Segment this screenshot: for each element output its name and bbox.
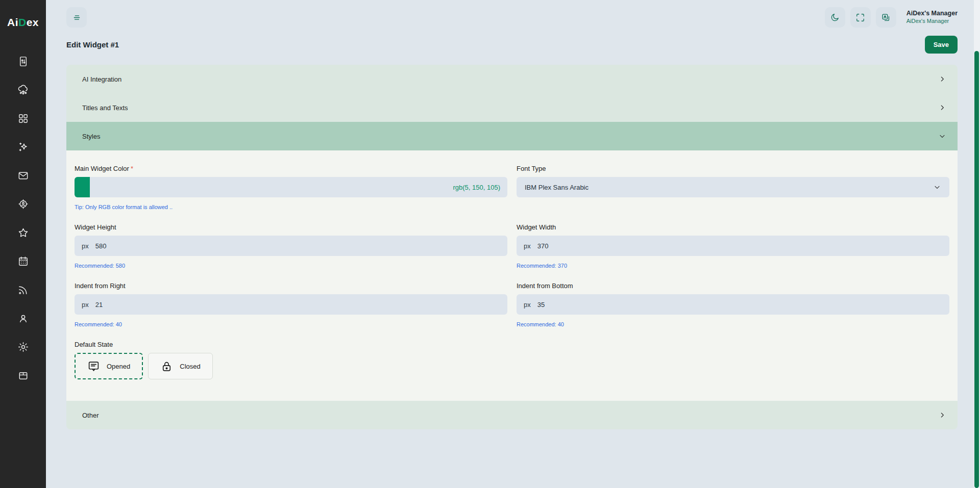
indent-bottom-control: px [517, 294, 949, 315]
field-widget-height: Widget Height px Recommended: 580 [75, 223, 507, 269]
accordion-header-styles[interactable]: Styles [66, 122, 958, 150]
widget-width-label: Widget Width [517, 223, 949, 231]
user-block[interactable]: AiDex's Manager AiDex's Manager [906, 10, 958, 24]
indent-right-input[interactable] [89, 294, 507, 315]
indent-right-control: px [75, 294, 507, 315]
styles-grid: Main Widget Color* rgb(5, 150, 105) Tip:… [75, 165, 949, 379]
sidebar: AiDex [0, 0, 46, 488]
lock-icon [160, 360, 173, 373]
user-icon [17, 313, 29, 324]
widget-height-input[interactable] [89, 236, 507, 256]
document-arrows-icon [17, 56, 29, 67]
widget-width-control: px [517, 236, 949, 256]
sidebar-item-settings[interactable] [17, 341, 29, 353]
widget-settings-accordion: AI Integration Titles and Texts Styles M… [66, 65, 958, 429]
accordion-label: Titles and Texts [82, 104, 128, 112]
field-indent-bottom: Indent from Bottom px Recommended: 40 [517, 282, 949, 327]
scrollbar-thumb[interactable] [974, 51, 979, 488]
fullscreen-icon [855, 13, 865, 22]
sidebar-item-ai[interactable] [17, 141, 29, 153]
widget-height-hint: Recommended: 580 [75, 263, 507, 269]
color-value: rgb(5, 150, 105) [453, 184, 507, 191]
sparkles-icon [17, 141, 29, 153]
opened-option-label: Opened [107, 363, 130, 370]
brand-prefix: Ai [7, 16, 18, 28]
title-row: Edit Widget #1 Save [66, 36, 958, 54]
sidebar-item-apps[interactable] [17, 112, 29, 124]
font-type-value: IBM Plex Sans Arabic [525, 184, 589, 191]
widget-width-hint: Recommended: 370 [517, 263, 949, 269]
rss-icon [17, 284, 29, 296]
accordion-header-titles-texts[interactable]: Titles and Texts [66, 93, 958, 122]
main-widget-color-label: Main Widget Color [75, 165, 129, 172]
widget-height-label: Widget Height [75, 223, 507, 231]
field-font-type: Font Type IBM Plex Sans Arabic [517, 165, 949, 210]
brand-logo[interactable]: AiDex [7, 16, 39, 29]
settings-gear-icon [17, 341, 29, 353]
main-widget-color-input[interactable]: rgb(5, 150, 105) [75, 177, 507, 197]
scrollbar [974, 0, 980, 488]
accordion-label: AI Integration [82, 75, 121, 83]
main-area: AiDex's Manager AiDex's Manager Edit Wid… [46, 0, 980, 488]
font-type-label: Font Type [517, 165, 949, 172]
topbar: AiDex's Manager AiDex's Manager [66, 7, 958, 28]
chevron-right-icon [938, 104, 946, 112]
sidebar-item-targeting[interactable] [17, 198, 29, 210]
px-unit-label: px [75, 301, 89, 309]
user-name: AiDex's Manager [906, 10, 958, 18]
apps-grid-icon [17, 113, 29, 124]
sidebar-item-favorites[interactable] [17, 226, 29, 239]
widget-width-input[interactable] [531, 236, 949, 256]
color-swatch [75, 177, 90, 197]
dark-mode-button[interactable] [825, 7, 845, 28]
chevron-down-icon [933, 183, 941, 191]
default-state-closed-button[interactable]: Closed [148, 353, 212, 379]
fullscreen-button[interactable] [850, 7, 871, 28]
px-unit-label: px [517, 301, 531, 309]
indent-bottom-hint: Recommended: 40 [517, 321, 949, 327]
topbar-right: AiDex's Manager AiDex's Manager [825, 7, 958, 28]
field-widget-width: Widget Width px Recommended: 370 [517, 223, 949, 269]
closed-option-label: Closed [180, 363, 200, 370]
accordion-header-ai-integration[interactable]: AI Integration [66, 65, 958, 93]
moon-icon [830, 13, 840, 22]
required-marker: * [131, 165, 133, 172]
sidebar-item-feeds[interactable] [17, 284, 29, 296]
color-format-tip: Tip: Only RGB color format is allowed .. [75, 204, 507, 210]
sidebar-item-cloud-network[interactable] [17, 84, 29, 96]
sidebar-toggle-button[interactable] [66, 7, 87, 28]
save-button[interactable]: Save [925, 36, 958, 54]
user-target-icon [17, 198, 29, 210]
page-title: Edit Widget #1 [66, 40, 119, 49]
cloud-network-icon [17, 84, 29, 96]
accordion-header-other[interactable]: Other [66, 401, 958, 429]
sidebar-nav [17, 55, 29, 381]
sidebar-item-mail[interactable] [17, 169, 29, 182]
field-default-state: Default State Opened Closed [75, 341, 507, 379]
language-button[interactable] [876, 7, 896, 28]
chevron-right-icon [938, 75, 946, 83]
translate-icon [881, 13, 891, 22]
brand-accent: D [18, 16, 27, 28]
default-state-options: Opened Closed [75, 353, 507, 379]
sidebar-item-users[interactable] [17, 312, 29, 324]
app-root: AiDex [0, 0, 980, 488]
indent-right-label: Indent from Right [75, 282, 507, 290]
widget-height-control: px [75, 236, 507, 256]
default-state-label: Default State [75, 341, 507, 348]
mail-icon [17, 170, 29, 182]
default-state-opened-button[interactable]: Opened [75, 353, 143, 379]
field-indent-right: Indent from Right px Recommended: 40 [75, 282, 507, 327]
indent-bottom-input[interactable] [531, 294, 949, 315]
indent-bottom-label: Indent from Bottom [517, 282, 949, 290]
sidebar-item-calendar[interactable] [17, 255, 29, 267]
indent-right-hint: Recommended: 40 [75, 321, 507, 327]
accordion-label: Styles [82, 133, 100, 140]
font-type-select[interactable]: IBM Plex Sans Arabic [517, 177, 949, 197]
brand-suffix: ex [27, 16, 39, 28]
message-square-icon [87, 360, 100, 373]
px-unit-label: px [75, 242, 89, 250]
sidebar-item-products[interactable] [17, 369, 29, 381]
sidebar-item-documents[interactable] [17, 55, 29, 67]
accordion-label: Other [82, 412, 99, 419]
